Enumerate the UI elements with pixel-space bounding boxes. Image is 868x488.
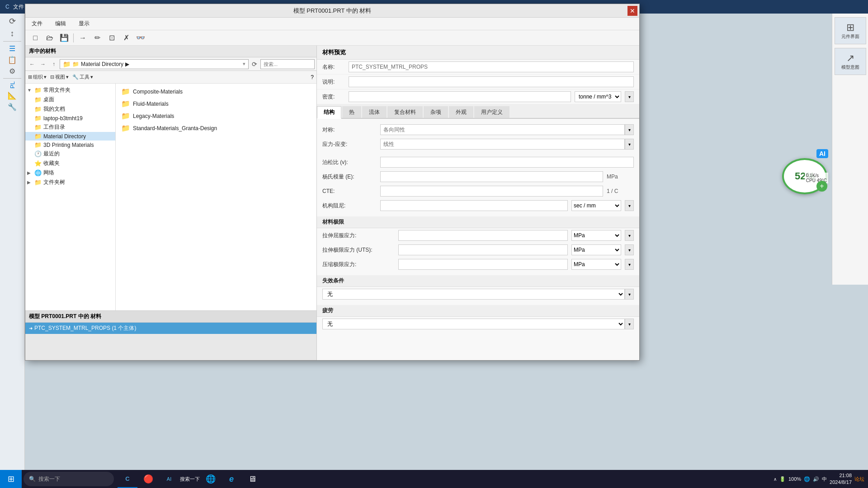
organize-group[interactable]: ⊞ 组织 ▾ [28, 74, 47, 80]
menu-display[interactable]: 显示 [76, 19, 92, 28]
start-button[interactable]: ⊞ [0, 470, 22, 488]
damping-unit-dropdown[interactable]: ▾ [625, 200, 634, 211]
taskbar-app-window[interactable]: 🖥 [242, 470, 262, 488]
damping-unit-select[interactable]: sec / mm [571, 200, 621, 211]
tensile-yield-dropdown[interactable]: ▾ [625, 230, 634, 241]
symmetry-dropdown-btn[interactable]: ▾ [625, 124, 634, 135]
poisson-input[interactable] [380, 157, 634, 168]
tree-laptop[interactable]: 📁 laptop-b3tmht19 [25, 114, 115, 122]
taskbar-app-creo[interactable]: C [118, 470, 137, 488]
filetree-toggle[interactable]: ▶ 📁 文件夹树 [25, 178, 115, 187]
name-input[interactable] [349, 61, 634, 72]
network-toggle[interactable]: ▶ 🌐 网络 [25, 168, 115, 178]
left-tool-2[interactable]: ↕ [10, 29, 14, 38]
addr-up-btn[interactable]: ↑ [49, 59, 59, 69]
model-intent-btn[interactable]: ↗ 模型意图 [835, 48, 866, 75]
tab-user-defined[interactable]: 用户定义 [474, 106, 509, 118]
tab-structure[interactable]: 结构 [317, 106, 341, 119]
desc-input[interactable] [349, 76, 634, 87]
tab-fluid[interactable]: 流体 [362, 106, 387, 118]
left-tool-4[interactable]: 📋 [8, 56, 17, 64]
tab-composite[interactable]: 复合材料 [387, 106, 423, 118]
tab-misc[interactable]: 杂项 [424, 106, 448, 118]
toolbar-arrow-btn[interactable]: → [76, 32, 89, 44]
tensile-ult-unit-select[interactable]: MPa [571, 244, 621, 255]
symmetry-select[interactable] [380, 124, 625, 135]
address-path[interactable]: 📁 📁 Material Directory ▶ ▾ [60, 59, 249, 69]
dialog-close-btn[interactable]: ✕ [627, 6, 637, 16]
toolbar-edit-btn[interactable]: ✏ [91, 32, 104, 44]
help-icon[interactable]: ? [311, 74, 314, 80]
addr-refresh-btn[interactable]: ⟳ [250, 59, 259, 69]
left-tool-3[interactable]: ☰ [9, 44, 15, 53]
tools-group[interactable]: 🔧 工具 ▾ [72, 74, 93, 80]
taskbar-app-search[interactable]: 搜索一下 [180, 470, 200, 488]
toolbar-delete-btn[interactable]: ✗ [120, 32, 132, 44]
mydocs-icon: 📁 [34, 106, 42, 113]
toolbar-open-btn[interactable]: 🗁 [43, 32, 56, 44]
compress-input[interactable] [398, 259, 568, 270]
tree-workdir[interactable]: 📁 工作目录 [25, 122, 115, 132]
density-unit-select[interactable]: tonne / mm^3 [575, 91, 621, 102]
failure-dropdown[interactable]: ▾ [625, 289, 634, 300]
density-input[interactable] [349, 91, 571, 102]
tree-desktop[interactable]: 📁 桌面 [25, 95, 115, 104]
compress-unit-select[interactable]: MPa [571, 259, 621, 270]
file-legacy[interactable]: 📁 Legacy-Materials [118, 110, 315, 122]
material-list-item-0[interactable]: ➜ PTC_SYSTEM_MTRL_PROPS (1 个主体) [25, 323, 316, 334]
file-standard[interactable]: 📁 Standard-Materials_Granta-Design [118, 122, 315, 134]
taskbar-app-ai[interactable]: AI [159, 470, 179, 488]
fatigue-select[interactable]: 无 [322, 319, 625, 329]
tree-favorites[interactable]: ⭐ 收藏夹 [25, 159, 115, 168]
tab-thermal[interactable]: 热 [342, 106, 361, 118]
fatigue-dropdown[interactable]: ▾ [625, 319, 634, 329]
stress-strain-dropdown-btn[interactable]: ▾ [625, 139, 634, 150]
taskbar-app-2[interactable]: 🔴 [138, 470, 158, 488]
addr-dropdown[interactable]: ▾ [243, 61, 245, 67]
tree-3dprint[interactable]: 📁 3D Printing Materials [25, 141, 115, 149]
common-folder-toggle[interactable]: ▼ 📁 常用文件夹 [25, 85, 115, 95]
stress-strain-select[interactable] [380, 139, 625, 150]
addr-forward-btn[interactable]: → [38, 59, 48, 69]
toolbar-copy-btn[interactable]: ⊡ [105, 32, 118, 44]
density-unit-dropdown[interactable]: ▾ [625, 91, 634, 102]
forum-btn[interactable]: 论坛 [854, 476, 864, 483]
toolbar-glasses-btn[interactable]: 👓 [134, 32, 147, 44]
menu-file[interactable]: 文件 [29, 19, 45, 28]
component-interface-btn[interactable]: ⊞ 元件界面 [835, 17, 866, 44]
add-widget-btn[interactable]: + [816, 181, 827, 192]
tensile-ult-input[interactable] [398, 244, 568, 255]
tree-recent[interactable]: 🕐 最近的 [25, 149, 115, 159]
addr-back-btn[interactable]: ← [27, 59, 37, 69]
compress-dropdown[interactable]: ▾ [625, 259, 634, 270]
fatigue-row: 无 ▾ [317, 317, 639, 331]
file-composite[interactable]: 📁 Composite-Materials [118, 85, 315, 98]
tree-material-dir[interactable]: 📁 Material Directory [25, 132, 115, 141]
toolbar-save-btn[interactable]: 💾 [58, 32, 71, 44]
file-fluid[interactable]: 📁 Fluid-Materials [118, 98, 315, 110]
taskbar-app-ie[interactable]: e [222, 470, 241, 488]
damping-input[interactable] [380, 200, 568, 211]
search-input[interactable] [260, 59, 315, 69]
tensile-yield-unit-select[interactable]: MPa [571, 230, 621, 241]
left-tool-1[interactable]: ⟳ [9, 16, 16, 26]
ime-indicator[interactable]: 中 [822, 476, 827, 483]
tree-mydocs[interactable]: 📁 我的文档 [25, 104, 115, 114]
left-tool-7[interactable]: 🔧 [8, 103, 17, 111]
taskbar-search[interactable]: 🔍 搜索一下 [24, 472, 114, 486]
youngs-input[interactable] [380, 171, 603, 182]
taskbar-app-edge[interactable]: 🌐 [201, 470, 221, 488]
left-tool-6[interactable]: 📐 [8, 91, 17, 100]
tensile-ult-dropdown[interactable]: ▾ [625, 244, 634, 255]
view-group[interactable]: ⊟ 视图 ▾ [50, 74, 69, 80]
tools-chevron: ▾ [90, 74, 93, 80]
toolbar-new-btn[interactable]: □ [29, 32, 42, 44]
left-tool-5[interactable]: ⚙ [9, 67, 15, 75]
cte-input[interactable] [380, 186, 603, 197]
tray-expand[interactable]: ∧ [774, 477, 777, 482]
menu-edit[interactable]: 编辑 [52, 19, 69, 28]
component-interface-label: 元件界面 [841, 33, 859, 40]
tensile-yield-input[interactable] [398, 230, 568, 241]
tab-appearance[interactable]: 外观 [449, 106, 473, 118]
failure-select[interactable]: 无 [322, 289, 625, 300]
